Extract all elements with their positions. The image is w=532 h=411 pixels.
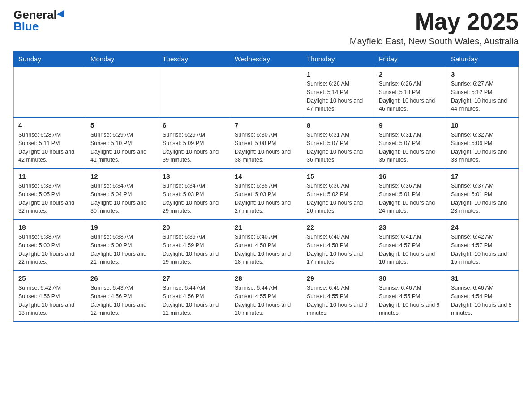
calendar-cell: 7Sunrise: 6:30 AM Sunset: 5:08 PM Daylig… bbox=[230, 117, 302, 168]
day-info: Sunrise: 6:28 AM Sunset: 5:11 PM Dayligh… bbox=[18, 131, 81, 164]
calendar-week-row: 11Sunrise: 6:33 AM Sunset: 5:05 PM Dayli… bbox=[14, 168, 519, 219]
day-info: Sunrise: 6:45 AM Sunset: 4:55 PM Dayligh… bbox=[307, 284, 369, 317]
day-info: Sunrise: 6:36 AM Sunset: 5:01 PM Dayligh… bbox=[379, 182, 442, 215]
calendar-cell: 22Sunrise: 6:40 AM Sunset: 4:58 PM Dayli… bbox=[302, 219, 374, 270]
calendar-cell bbox=[158, 67, 230, 118]
day-number: 18 bbox=[18, 223, 81, 231]
calendar-cell: 23Sunrise: 6:41 AM Sunset: 4:57 PM Dayli… bbox=[374, 219, 446, 270]
logo-blue-text: Blue bbox=[13, 21, 39, 32]
calendar-cell: 15Sunrise: 6:36 AM Sunset: 5:02 PM Dayli… bbox=[302, 168, 374, 219]
calendar-cell: 10Sunrise: 6:32 AM Sunset: 5:06 PM Dayli… bbox=[446, 117, 519, 168]
logo-triangle-icon bbox=[57, 10, 68, 20]
day-info: Sunrise: 6:33 AM Sunset: 5:05 PM Dayligh… bbox=[18, 182, 81, 215]
calendar-cell: 16Sunrise: 6:36 AM Sunset: 5:01 PM Dayli… bbox=[374, 168, 446, 219]
weekday-header-row: SundayMondayTuesdayWednesdayThursdayFrid… bbox=[14, 51, 519, 67]
calendar-table: SundayMondayTuesdayWednesdayThursdayFrid… bbox=[13, 51, 519, 322]
day-number: 9 bbox=[379, 121, 442, 129]
calendar-cell: 9Sunrise: 6:31 AM Sunset: 5:07 PM Daylig… bbox=[374, 117, 446, 168]
calendar-cell bbox=[86, 67, 158, 118]
day-info: Sunrise: 6:41 AM Sunset: 4:57 PM Dayligh… bbox=[379, 233, 442, 266]
day-number: 12 bbox=[90, 172, 153, 180]
calendar-cell: 26Sunrise: 6:43 AM Sunset: 4:56 PM Dayli… bbox=[86, 270, 158, 321]
day-info: Sunrise: 6:27 AM Sunset: 5:12 PM Dayligh… bbox=[451, 80, 514, 113]
location-title: Mayfield East, New South Wales, Australi… bbox=[350, 36, 519, 47]
calendar-cell: 25Sunrise: 6:42 AM Sunset: 4:56 PM Dayli… bbox=[14, 270, 86, 321]
weekday-header-sunday: Sunday bbox=[14, 51, 86, 67]
day-number: 25 bbox=[18, 274, 81, 282]
month-title: May 2025 bbox=[350, 9, 519, 34]
calendar-cell: 30Sunrise: 6:46 AM Sunset: 4:55 PM Dayli… bbox=[374, 270, 446, 321]
day-info: Sunrise: 6:30 AM Sunset: 5:08 PM Dayligh… bbox=[235, 131, 297, 164]
day-info: Sunrise: 6:40 AM Sunset: 4:58 PM Dayligh… bbox=[307, 233, 369, 266]
calendar-cell: 4Sunrise: 6:28 AM Sunset: 5:11 PM Daylig… bbox=[14, 117, 86, 168]
day-info: Sunrise: 6:42 AM Sunset: 4:57 PM Dayligh… bbox=[451, 233, 514, 266]
day-info: Sunrise: 6:34 AM Sunset: 5:04 PM Dayligh… bbox=[90, 182, 153, 215]
weekday-header-tuesday: Tuesday bbox=[158, 51, 230, 67]
calendar-cell: 3Sunrise: 6:27 AM Sunset: 5:12 PM Daylig… bbox=[446, 67, 519, 118]
day-info: Sunrise: 6:29 AM Sunset: 5:10 PM Dayligh… bbox=[90, 131, 153, 164]
day-number: 15 bbox=[307, 172, 369, 180]
calendar-cell: 5Sunrise: 6:29 AM Sunset: 5:10 PM Daylig… bbox=[86, 117, 158, 168]
calendar-cell: 20Sunrise: 6:39 AM Sunset: 4:59 PM Dayli… bbox=[158, 219, 230, 270]
title-area: May 2025 Mayfield East, New South Wales,… bbox=[350, 9, 519, 47]
day-info: Sunrise: 6:36 AM Sunset: 5:02 PM Dayligh… bbox=[307, 182, 369, 215]
day-number: 16 bbox=[379, 172, 442, 180]
day-number: 31 bbox=[451, 274, 514, 282]
day-number: 5 bbox=[90, 121, 153, 129]
day-number: 1 bbox=[307, 70, 369, 78]
calendar-cell: 6Sunrise: 6:29 AM Sunset: 5:09 PM Daylig… bbox=[158, 117, 230, 168]
day-number: 2 bbox=[379, 70, 442, 78]
day-number: 4 bbox=[18, 121, 81, 129]
calendar-cell: 28Sunrise: 6:44 AM Sunset: 4:55 PM Dayli… bbox=[230, 270, 302, 321]
weekday-header-monday: Monday bbox=[86, 51, 158, 67]
calendar-cell: 19Sunrise: 6:38 AM Sunset: 5:00 PM Dayli… bbox=[86, 219, 158, 270]
logo: General Blue bbox=[13, 9, 67, 32]
day-info: Sunrise: 6:39 AM Sunset: 4:59 PM Dayligh… bbox=[163, 233, 225, 266]
calendar-week-row: 4Sunrise: 6:28 AM Sunset: 5:11 PM Daylig… bbox=[14, 117, 519, 168]
day-number: 19 bbox=[90, 223, 153, 231]
day-info: Sunrise: 6:46 AM Sunset: 4:55 PM Dayligh… bbox=[379, 284, 442, 317]
calendar-cell bbox=[230, 67, 302, 118]
day-number: 7 bbox=[235, 121, 297, 129]
day-info: Sunrise: 6:46 AM Sunset: 4:54 PM Dayligh… bbox=[451, 284, 514, 317]
day-info: Sunrise: 6:38 AM Sunset: 5:00 PM Dayligh… bbox=[90, 233, 153, 266]
day-number: 23 bbox=[379, 223, 442, 231]
weekday-header-thursday: Thursday bbox=[302, 51, 374, 67]
weekday-header-saturday: Saturday bbox=[446, 51, 519, 67]
day-info: Sunrise: 6:40 AM Sunset: 4:58 PM Dayligh… bbox=[235, 233, 297, 266]
day-number: 11 bbox=[18, 172, 81, 180]
day-info: Sunrise: 6:44 AM Sunset: 4:55 PM Dayligh… bbox=[235, 284, 297, 317]
day-number: 22 bbox=[307, 223, 369, 231]
day-info: Sunrise: 6:37 AM Sunset: 5:01 PM Dayligh… bbox=[451, 182, 514, 215]
calendar-cell: 2Sunrise: 6:26 AM Sunset: 5:13 PM Daylig… bbox=[374, 67, 446, 118]
day-number: 27 bbox=[163, 274, 225, 282]
logo-general-text: General bbox=[13, 9, 57, 21]
day-number: 30 bbox=[379, 274, 442, 282]
day-info: Sunrise: 6:43 AM Sunset: 4:56 PM Dayligh… bbox=[90, 284, 153, 317]
calendar-cell: 31Sunrise: 6:46 AM Sunset: 4:54 PM Dayli… bbox=[446, 270, 519, 321]
day-number: 6 bbox=[163, 121, 225, 129]
calendar-cell: 29Sunrise: 6:45 AM Sunset: 4:55 PM Dayli… bbox=[302, 270, 374, 321]
page-header: General Blue May 2025 Mayfield East, New… bbox=[13, 9, 519, 47]
day-number: 10 bbox=[451, 121, 514, 129]
day-info: Sunrise: 6:26 AM Sunset: 5:14 PM Dayligh… bbox=[307, 80, 369, 113]
calendar-week-row: 1Sunrise: 6:26 AM Sunset: 5:14 PM Daylig… bbox=[14, 67, 519, 118]
calendar-week-row: 18Sunrise: 6:38 AM Sunset: 5:00 PM Dayli… bbox=[14, 219, 519, 270]
day-number: 24 bbox=[451, 223, 514, 231]
day-number: 17 bbox=[451, 172, 514, 180]
day-info: Sunrise: 6:29 AM Sunset: 5:09 PM Dayligh… bbox=[163, 131, 225, 164]
day-info: Sunrise: 6:31 AM Sunset: 5:07 PM Dayligh… bbox=[379, 131, 442, 164]
calendar-cell: 11Sunrise: 6:33 AM Sunset: 5:05 PM Dayli… bbox=[14, 168, 86, 219]
calendar-cell: 1Sunrise: 6:26 AM Sunset: 5:14 PM Daylig… bbox=[302, 67, 374, 118]
calendar-cell: 13Sunrise: 6:34 AM Sunset: 5:03 PM Dayli… bbox=[158, 168, 230, 219]
day-number: 14 bbox=[235, 172, 297, 180]
day-number: 3 bbox=[451, 70, 514, 78]
day-number: 13 bbox=[163, 172, 225, 180]
day-number: 29 bbox=[307, 274, 369, 282]
day-info: Sunrise: 6:32 AM Sunset: 5:06 PM Dayligh… bbox=[451, 131, 514, 164]
day-info: Sunrise: 6:42 AM Sunset: 4:56 PM Dayligh… bbox=[18, 284, 81, 317]
day-info: Sunrise: 6:38 AM Sunset: 5:00 PM Dayligh… bbox=[18, 233, 81, 266]
day-number: 8 bbox=[307, 121, 369, 129]
weekday-header-friday: Friday bbox=[374, 51, 446, 67]
day-info: Sunrise: 6:44 AM Sunset: 4:56 PM Dayligh… bbox=[163, 284, 225, 317]
